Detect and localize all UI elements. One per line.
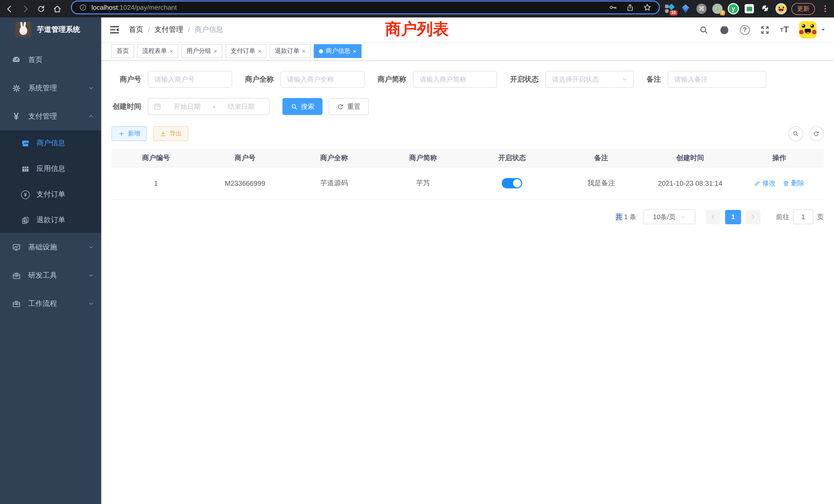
pagination: 共 1 条 10条/页 1 前往 页: [111, 209, 824, 224]
sidebar: 芋道管理系统 首页 系统管理 ¥ 支付管理 商户信息: [0, 18, 101, 504]
share-icon[interactable]: [626, 3, 634, 12]
page-size-select[interactable]: 10条/页: [643, 209, 695, 224]
tab-pay-order[interactable]: 支付订单×: [225, 44, 266, 58]
avatar: [799, 21, 816, 39]
remark-label: 备注: [646, 75, 661, 84]
documents-icon: [21, 216, 30, 225]
short-name-input[interactable]: [413, 71, 497, 88]
github-icon[interactable]: [719, 24, 730, 35]
app-title: 芋道管理系统: [37, 25, 80, 34]
chevron-down-icon: [88, 85, 94, 91]
browser-reload-button[interactable]: [35, 2, 48, 16]
status-select[interactable]: 请选择开启状态: [545, 71, 634, 88]
sidebar-item-pay-order[interactable]: ¥ 支付订单: [0, 182, 101, 207]
password-key-icon[interactable]: [609, 3, 617, 12]
gem-extension-icon[interactable]: [680, 3, 691, 14]
status-toggle[interactable]: [502, 178, 522, 188]
browser-forward-button[interactable]: [19, 2, 32, 16]
search-button[interactable]: 搜索: [282, 98, 323, 115]
breadcrumb: 首页 / 支付管理 / 商户信息: [129, 25, 223, 35]
chevron-down-icon: [88, 300, 94, 307]
create-time-label: 创建时间: [111, 102, 141, 111]
font-size-icon[interactable]: TT: [780, 25, 789, 35]
browser-home-button[interactable]: [50, 2, 64, 16]
main-area: 首页 / 支付管理 / 商户信息 ? TT: [101, 18, 834, 504]
cell-merchant-no: M233666999: [200, 179, 290, 187]
tab-user-group[interactable]: 用户分组×: [181, 44, 222, 58]
short-name-label: 商户简称: [377, 75, 406, 84]
page-number-1[interactable]: 1: [725, 210, 741, 224]
cell-id: 1: [111, 179, 200, 187]
show-search-toggle-button[interactable]: [788, 126, 803, 141]
refresh-table-button[interactable]: [809, 126, 824, 141]
table-header: 商户编号 商户号 商户全称 商户简称 开启状态 备注 创建时间 操作: [111, 149, 824, 167]
sidebar-item-home[interactable]: 首页: [0, 46, 101, 74]
merchant-no-input[interactable]: [148, 71, 232, 88]
edit-link[interactable]: 修改: [754, 179, 776, 188]
chat-extension-icon[interactable]: [744, 3, 755, 14]
full-name-input[interactable]: [280, 71, 365, 88]
sidebar-item-merchant-info[interactable]: 商户信息: [0, 130, 101, 156]
sidebar-item-workflow[interactable]: 工作流程: [0, 290, 101, 318]
screen: localhost:1024/pay/merchant 10 ⌘ 1 y: [0, 0, 834, 504]
gear-icon: [11, 83, 21, 93]
browser-update-button[interactable]: 更新: [791, 3, 815, 15]
goto-page-input[interactable]: [793, 209, 813, 224]
toolbox-icon: [11, 271, 21, 280]
docs-question-icon[interactable]: ?: [740, 25, 750, 35]
command-extension-icon[interactable]: ⌘: [696, 3, 707, 14]
sidebar-item-system[interactable]: 系统管理: [0, 74, 101, 102]
yudao-extension-icon[interactable]: y: [728, 3, 739, 14]
export-button[interactable]: 导出: [153, 126, 189, 141]
close-icon[interactable]: ×: [258, 47, 261, 55]
site-info-icon[interactable]: [79, 4, 87, 11]
breadcrumb-home[interactable]: 首页: [129, 25, 143, 35]
sidebar-item-app-info[interactable]: 应用信息: [0, 156, 101, 182]
browser-back-button[interactable]: [3, 2, 16, 16]
close-icon[interactable]: ×: [214, 47, 217, 55]
profile-extension-icon[interactable]: 1: [712, 3, 723, 14]
tab-merchant-info[interactable]: 商户信息×: [314, 44, 361, 58]
app-logo-row[interactable]: 芋道管理系统: [0, 18, 101, 42]
total-count: 共 1 条: [615, 212, 636, 222]
tab-process-form[interactable]: 流程表单×: [137, 44, 178, 58]
dashboard-icon: [11, 55, 21, 65]
chevron-down-icon: [680, 214, 686, 220]
user-avatar-menu[interactable]: [799, 21, 826, 39]
extensions-puzzle-icon[interactable]: [760, 3, 771, 14]
app-logo: [16, 22, 31, 38]
fullscreen-icon[interactable]: [760, 25, 770, 35]
merchant-table: 商户编号 商户号 商户全称 商户简称 开启状态 备注 创建时间 操作 1 M23…: [111, 149, 824, 200]
sidebar-collapse-icon[interactable]: [109, 24, 120, 36]
tab-home[interactable]: 首页: [111, 44, 134, 58]
page-unit-label: 页: [817, 212, 824, 222]
delete-link[interactable]: 删除: [783, 179, 805, 188]
bookmark-star-icon[interactable]: [643, 3, 652, 12]
chevron-down-icon: [88, 272, 94, 279]
briefcase-icon: [11, 299, 21, 308]
create-time-range-picker[interactable]: 开始日期 - 结束日期: [148, 98, 270, 115]
sidebar-item-infra[interactable]: 基础设施: [0, 233, 101, 261]
reset-button[interactable]: 重置: [329, 98, 369, 115]
close-icon[interactable]: ×: [170, 47, 173, 55]
remark-input[interactable]: [667, 71, 766, 88]
address-bar[interactable]: localhost:1024/pay/merchant: [71, 1, 660, 14]
browser-profile-avatar[interactable]: [775, 3, 787, 14]
chevron-up-icon: [88, 113, 94, 120]
sidebar-item-refund-order[interactable]: 退款订单: [0, 207, 101, 233]
extensions-area: 10 ⌘ 1 y 更新: [664, 0, 831, 18]
browser-menu-icon[interactable]: [820, 3, 831, 14]
close-icon[interactable]: ×: [302, 47, 306, 55]
sidebar-item-dev-tools[interactable]: 研发工具: [0, 261, 101, 290]
tab-refund-order[interactable]: 退款订单×: [270, 44, 311, 58]
prev-page-button[interactable]: [706, 210, 721, 224]
tab-manager-extension-icon[interactable]: 10: [664, 3, 675, 14]
caret-down-icon: [820, 27, 826, 33]
add-button[interactable]: 新增: [111, 126, 147, 141]
close-icon[interactable]: ×: [353, 47, 356, 55]
sidebar-item-payment[interactable]: ¥ 支付管理: [0, 102, 101, 130]
breadcrumb-payment[interactable]: 支付管理: [155, 25, 183, 35]
header-search-icon[interactable]: [699, 25, 709, 35]
next-page-button[interactable]: [746, 210, 761, 224]
page-content: 商户号 商户全称 商户简称 开启状态 请选择开启状态: [101, 61, 834, 234]
